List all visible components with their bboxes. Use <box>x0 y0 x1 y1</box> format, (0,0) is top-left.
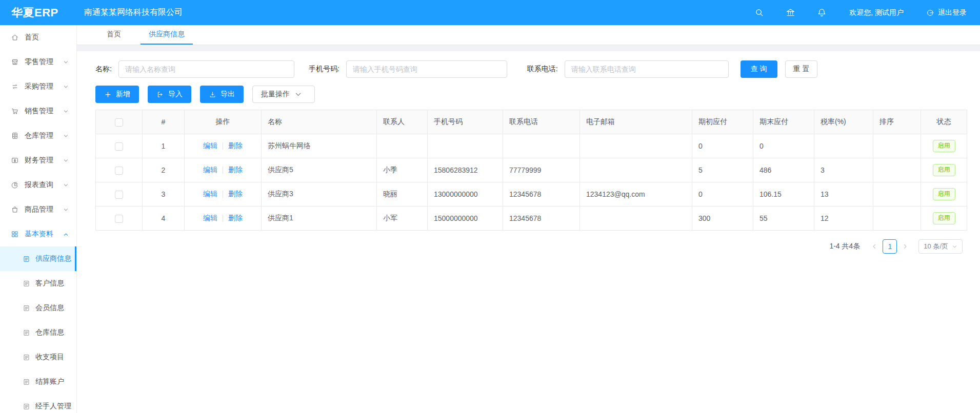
sidebar-item-report[interactable]: 报表查询 <box>0 173 76 197</box>
sidebar-item-finance[interactable]: 财务管理 <box>0 148 76 173</box>
column-header-end: 期末应付 <box>753 110 814 134</box>
cell-tax: 12 <box>814 206 873 231</box>
row-checkbox[interactable] <box>115 167 123 175</box>
sidebar-item-label: 零售管理 <box>25 57 53 67</box>
search-icon[interactable] <box>754 8 764 17</box>
sidebar-item-warehouse-info[interactable]: 仓库信息 <box>0 320 76 345</box>
doc-icon <box>23 304 30 312</box>
delete-link[interactable]: 删除 <box>228 141 243 150</box>
purchase-icon <box>11 82 19 91</box>
row-checkbox[interactable] <box>115 191 123 199</box>
cell-status: 启用 <box>921 134 967 158</box>
edit-link[interactable]: 编辑 <box>203 166 217 174</box>
retail-icon <box>11 58 19 66</box>
page-number-button[interactable]: 1 <box>883 239 897 254</box>
name-filter-input[interactable] <box>118 60 294 78</box>
column-header-contact: 联系人 <box>377 110 428 134</box>
column-header-tel: 联系电话 <box>503 110 580 134</box>
doc-icon <box>23 354 30 361</box>
sidebar-item-label: 供应商信息 <box>35 254 71 263</box>
sidebar-item-goods[interactable]: 商品管理 <box>0 197 76 222</box>
filter-bar: 名称: 手机号码: 联系电话: 查 询 重 置 <box>95 60 963 78</box>
edit-link[interactable]: 编辑 <box>203 190 217 198</box>
cell-ops: 编辑删除 <box>185 182 262 206</box>
chevron-down-icon <box>63 182 69 188</box>
edit-link[interactable]: 编辑 <box>203 141 217 150</box>
sidebar-item-supplier-info[interactable]: 供应商信息 <box>0 246 76 271</box>
sidebar-item-home[interactable]: 首页 <box>0 25 76 50</box>
delete-link[interactable]: 删除 <box>228 214 243 222</box>
cell-checkbox <box>96 182 143 206</box>
batch-actions-button[interactable]: 批量操作 <box>252 86 315 103</box>
export-button[interactable]: 导出 <box>200 86 244 103</box>
column-header-ops: 操作 <box>185 110 262 134</box>
tab-supplier-info[interactable]: 供应商信息 <box>141 25 193 45</box>
sidebar-item-customer-info[interactable]: 客户信息 <box>0 271 76 296</box>
delete-link[interactable]: 删除 <box>228 166 243 174</box>
cell-tel: 12345678 <box>503 182 580 206</box>
cell-contact: 小季 <box>377 158 428 182</box>
cell-tax <box>814 134 873 158</box>
edit-link[interactable]: 编辑 <box>203 214 217 222</box>
chevron-down-icon <box>952 244 957 250</box>
import-button-label: 导入 <box>168 90 183 99</box>
cell-end: 0 <box>753 134 814 158</box>
sidebar-item-label: 财务管理 <box>25 156 53 165</box>
doc-icon <box>23 378 30 386</box>
reset-button[interactable]: 重 置 <box>785 60 818 78</box>
bank-icon[interactable] <box>786 8 795 17</box>
chevron-down-icon <box>63 84 69 90</box>
sidebar-item-warehouse[interactable]: 仓库管理 <box>0 123 76 148</box>
page-size-label: 10 条/页 <box>924 242 948 251</box>
chevron-right-icon <box>902 243 908 250</box>
sidebar-item-retail[interactable]: 零售管理 <box>0 50 76 74</box>
finance-icon <box>11 156 19 164</box>
import-icon <box>156 91 164 98</box>
select-all-checkbox[interactable] <box>115 118 123 127</box>
cell-ops: 编辑删除 <box>185 158 262 182</box>
sidebar-item-purchase[interactable]: 采购管理 <box>0 74 76 99</box>
cell-begin: 5 <box>692 158 753 182</box>
cell-name: 供应商1 <box>262 206 377 231</box>
chevron-down-icon <box>294 91 302 98</box>
sidebar-item-label: 采购管理 <box>25 82 53 91</box>
suppliers-table: #操作名称联系人手机号码联系电话电子邮箱期初应付期末应付税率(%)排序状态 1编… <box>95 110 967 231</box>
import-button[interactable]: 导入 <box>148 86 191 103</box>
sidebar-item-sales[interactable]: 销售管理 <box>0 99 76 123</box>
sidebar-item-handler-mgmt[interactable]: 经手人管理 <box>0 394 76 413</box>
mobile-filter-input[interactable] <box>346 60 507 78</box>
add-button[interactable]: 新增 <box>95 86 139 103</box>
search-button[interactable]: 查 询 <box>741 60 777 78</box>
next-page-button[interactable] <box>898 239 912 254</box>
app-logo: 华夏ERP <box>0 5 76 20</box>
delete-link[interactable]: 删除 <box>228 190 243 198</box>
bell-icon[interactable] <box>817 8 827 17</box>
logout-button[interactable]: 退出登录 <box>926 8 967 17</box>
export-icon <box>209 91 216 98</box>
cell-email <box>580 206 692 231</box>
sidebar-item-settlement-account[interactable]: 结算账户 <box>0 369 76 394</box>
page-size-select[interactable]: 10 条/页 <box>918 239 963 254</box>
sidebar-item-income-expense[interactable]: 收支项目 <box>0 345 76 369</box>
tel-filter-input[interactable] <box>565 60 729 78</box>
column-header-status: 状态 <box>921 110 967 134</box>
cell-contact <box>377 134 428 158</box>
doc-icon <box>23 329 30 337</box>
doc-icon <box>23 280 30 287</box>
sales-icon <box>11 107 19 115</box>
pagination: 1-4 共4条 1 10 条/页 <box>95 239 963 254</box>
op-divider <box>223 142 223 150</box>
sidebar-item-member-info[interactable]: 会员信息 <box>0 296 76 320</box>
add-button-label: 新增 <box>116 90 130 99</box>
prev-page-button[interactable] <box>867 239 882 254</box>
top-header: 华夏ERP 南通某某网络科技有限公司 欢迎您, 测试用户 退出登录 <box>0 0 980 25</box>
column-header-tax: 税率(%) <box>814 110 873 134</box>
cell-end: 106.15 <box>753 182 814 206</box>
cell-ops: 编辑删除 <box>185 134 262 158</box>
chevron-down-icon <box>63 59 69 65</box>
sidebar-item-basic-data[interactable]: 基本资料 <box>0 222 76 246</box>
row-checkbox[interactable] <box>115 215 123 223</box>
cell-end: 486 <box>753 158 814 182</box>
row-checkbox[interactable] <box>115 142 123 151</box>
tab-home[interactable]: 首页 <box>98 25 129 45</box>
